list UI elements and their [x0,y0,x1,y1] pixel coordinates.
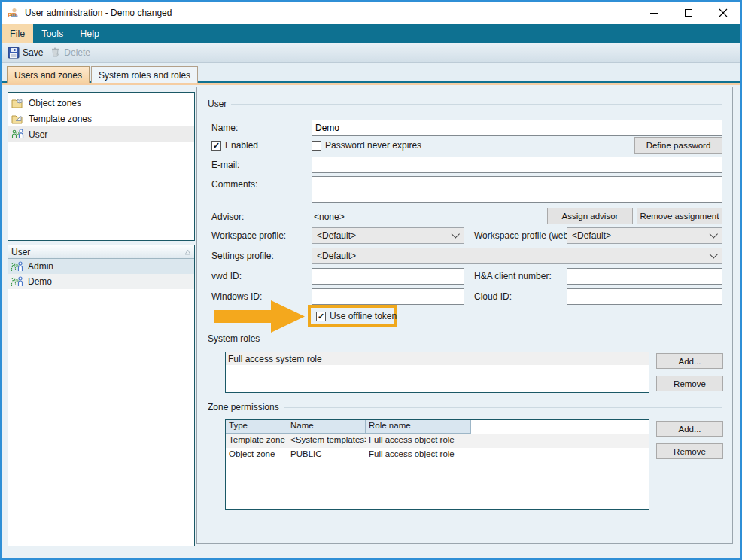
name-label: Name: [211,123,238,133]
password-never-expires-checkbox-box[interactable] [312,141,321,151]
user-list-item-demo[interactable]: Demo [8,274,194,289]
tree-item-template-zones[interactable]: Template zones [8,111,194,126]
tree-item-label: Object zones [29,98,81,108]
chevron-down-icon [710,250,718,258]
tree-item-label: Template zones [29,114,92,124]
workspace-profile-label: Workspace profile: [211,230,286,241]
settings-profile-label: Settings profile: [211,251,274,261]
menu-bar: File Tools Help [2,24,740,43]
assign-advisor-button[interactable]: Assign advisor [547,208,633,224]
workspace-profile-select[interactable]: <Default> [312,227,464,244]
user-group-header: User [208,99,722,109]
system-roles-remove-button[interactable]: Remove [656,376,723,391]
user-list-item-label: Admin [28,261,53,272]
folder-template-zones-icon [11,114,25,124]
ha-client-number-label: H&A client number: [474,271,552,282]
enabled-checkbox[interactable]: Enabled [211,140,258,151]
windows-id-input[interactable] [312,288,464,305]
svg-text:pm: pm [8,11,17,17]
window-title: User administration - Demo changed [25,8,172,18]
workspace-profile-web-select[interactable]: <Default> [567,227,722,244]
user-list-item-label: Demo [28,276,52,287]
maximize-button[interactable] [671,2,706,24]
enabled-label: Enabled [225,140,258,151]
table-row[interactable]: Template zone <System templates> Full ac… [226,434,649,448]
save-button[interactable]: Save [5,45,47,60]
system-roles-add-button[interactable]: Add... [656,353,723,369]
chevron-down-icon [710,230,718,238]
title-bar: pm User administration - Demo changed [2,2,740,24]
save-label: Save [23,47,43,58]
zone-permissions-add-button[interactable]: Add... [656,421,723,437]
toolbar: Save Delete [2,43,740,62]
app-icon: pm [8,7,20,19]
table-row[interactable]: Object zone PUBLIC Full access object ro… [226,448,649,462]
cell-name: <System templates> [287,434,366,448]
password-never-expires-label: Password never expires [325,140,421,151]
sort-ascending-icon [184,249,191,255]
user-list-header[interactable]: User [8,245,194,259]
use-offline-token-label: Use offline token [330,311,397,321]
system-roles-listbox[interactable]: Full access system role [225,352,649,393]
zone-permissions-remove-button[interactable]: Remove [656,443,723,459]
zone-permissions-group-header: Zone permissions [208,402,722,412]
column-header-name[interactable]: Name [287,420,366,434]
tree-item-object-zones[interactable]: Object zones [8,95,194,111]
column-header-type[interactable]: Type [226,420,287,434]
zone-permissions-table-header: Type Name Role name [226,420,649,434]
minimize-icon [650,13,658,14]
close-icon [719,8,728,17]
system-roles-group-header: System roles [208,333,722,344]
system-roles-group-label: System roles [208,333,260,344]
system-role-item[interactable]: Full access system role [226,352,649,365]
use-offline-token-checkbox[interactable] [316,312,326,321]
email-input[interactable] [312,157,722,173]
tree-item-user[interactable]: User [8,126,194,142]
tab-users-and-zones[interactable]: Users and zones [7,66,90,83]
workspace-profile-web-label: Workspace profile (web): [474,230,574,241]
tree-item-label: User [29,129,47,140]
close-button[interactable] [706,2,740,24]
user-list-header-label: User [11,247,30,257]
user-item-icon [11,276,24,288]
advisor-label: Advisor: [211,212,244,222]
cell-name: PUBLIC [287,448,366,462]
menu-tools[interactable]: Tools [33,24,71,43]
tab-system-roles-and-roles[interactable]: System roles and roles [91,66,198,83]
main-content: Object zones Template zones User [2,85,740,558]
menu-file[interactable]: File [2,24,33,43]
remove-assignment-button[interactable]: Remove assignment [637,208,722,224]
zone-permissions-table[interactable]: Type Name Role name Template zone <Syste… [225,419,649,510]
column-header-role-name[interactable]: Role name [366,420,471,434]
folder-object-zones-icon [11,98,25,108]
enabled-checkbox-box[interactable] [211,141,221,151]
cell-type: Object zone [226,448,287,462]
cloud-id-input[interactable] [567,288,722,305]
zone-permissions-group-label: Zone permissions [208,402,279,412]
cell-type: Template zone [226,434,287,448]
user-list-item-admin[interactable]: Admin [8,259,194,274]
delete-icon [50,47,61,58]
comments-input[interactable] [312,176,722,203]
delete-label: Delete [64,47,90,58]
users-icon [11,129,25,140]
user-item-icon [11,261,24,272]
maximize-icon [685,9,692,17]
delete-button[interactable]: Delete [47,45,95,59]
menu-help[interactable]: Help [71,24,108,43]
user-group-label: User [208,99,227,109]
email-label: E-mail: [211,160,239,170]
name-input[interactable] [312,120,722,136]
save-icon [8,47,20,59]
password-never-expires-checkbox[interactable]: Password never expires [312,140,421,151]
tab-strip: Users and zones System roles and roles [2,62,740,83]
define-password-button[interactable]: Define password [634,137,722,154]
group-divider [264,339,722,339]
comments-label: Comments: [211,179,257,190]
user-list-panel: User Admin [8,245,195,546]
workspace-profile-web-value: <Default> [572,230,611,241]
minimize-button[interactable] [637,2,671,24]
settings-profile-select[interactable]: <Default> [312,248,722,264]
ha-client-number-input[interactable] [567,268,722,285]
vwd-id-input[interactable] [312,268,464,285]
